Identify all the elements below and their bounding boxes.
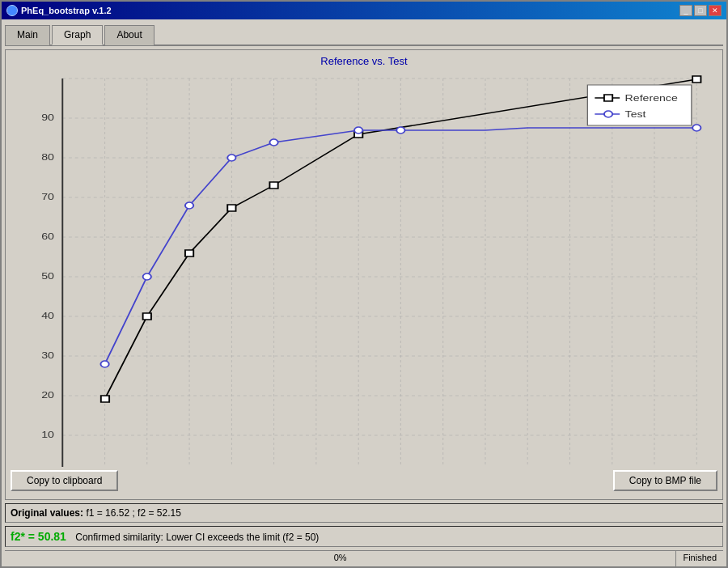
tab-about[interactable]: About bbox=[104, 25, 154, 45]
svg-point-68 bbox=[354, 127, 362, 134]
svg-point-63 bbox=[100, 361, 108, 367]
svg-text:Test: Test bbox=[625, 109, 646, 119]
copy-bmp-button[interactable]: Copy to BMP file bbox=[613, 470, 717, 491]
chart-svg: 0 10 20 30 40 50 60 70 80 90 0 2 4 6 8 bbox=[11, 70, 717, 467]
svg-rect-60 bbox=[269, 182, 277, 189]
svg-text:60: 60 bbox=[41, 231, 54, 241]
svg-rect-58 bbox=[185, 250, 193, 256]
original-values-label: Original values: bbox=[11, 507, 83, 519]
titlebar-buttons: _ □ ✕ bbox=[679, 5, 722, 16]
window-title: PhEq_bootstrap v.1.2 bbox=[21, 6, 112, 15]
content-area: Main Graph About Reference vs. Test bbox=[2, 19, 726, 568]
chart-container: 0 10 20 30 40 50 60 70 80 90 0 2 4 6 8 bbox=[11, 70, 717, 467]
bottom-buttons: Copy to clipboard Copy to BMP file bbox=[11, 467, 717, 494]
svg-rect-57 bbox=[143, 313, 151, 320]
svg-point-65 bbox=[185, 202, 193, 209]
f2-value: 52.15 bbox=[157, 507, 181, 519]
svg-point-69 bbox=[396, 127, 404, 134]
tab-bar: Main Graph About bbox=[5, 23, 723, 46]
info-bar: Original values: f1 = 16.52 ; f2 = 52.15 bbox=[5, 503, 723, 523]
info-bar2: f2* = 50.81 Confirmed similarity: Lower … bbox=[5, 526, 723, 547]
svg-text:40: 40 bbox=[41, 311, 54, 320]
maximize-button[interactable]: □ bbox=[694, 5, 707, 16]
titlebar-left: PhEq_bootstrap v.1.2 bbox=[6, 5, 112, 16]
main-window: PhEq_bootstrap v.1.2 _ □ ✕ Main Graph Ab… bbox=[0, 0, 728, 568]
close-button[interactable]: ✕ bbox=[709, 5, 722, 16]
separator: ; f2 = bbox=[132, 507, 156, 519]
f1-value: 16.52 bbox=[105, 507, 129, 519]
graph-panel: Reference vs. Test bbox=[5, 49, 723, 500]
status-bar: 0% Finished bbox=[5, 550, 723, 566]
svg-rect-59 bbox=[227, 205, 235, 211]
svg-text:Reference: Reference bbox=[625, 93, 678, 103]
svg-text:20: 20 bbox=[41, 390, 54, 400]
svg-text:10: 10 bbox=[41, 430, 54, 439]
tab-main[interactable]: Main bbox=[5, 25, 50, 45]
app-icon bbox=[6, 5, 18, 16]
svg-rect-56 bbox=[101, 396, 109, 402]
svg-text:30: 30 bbox=[41, 350, 54, 360]
svg-point-67 bbox=[269, 139, 277, 146]
chart-title: Reference vs. Test bbox=[11, 55, 717, 67]
svg-text:80: 80 bbox=[41, 152, 54, 162]
f2star-label: f2* = bbox=[11, 530, 38, 543]
svg-text:70: 70 bbox=[41, 192, 54, 201]
f1-label: f1 = bbox=[86, 507, 105, 519]
copy-clipboard-button[interactable]: Copy to clipboard bbox=[11, 470, 118, 491]
f2star-value: 50.81 bbox=[38, 530, 66, 543]
svg-point-66 bbox=[227, 155, 235, 161]
svg-rect-73 bbox=[604, 95, 612, 101]
svg-point-64 bbox=[143, 273, 151, 280]
svg-text:50: 50 bbox=[41, 271, 54, 281]
progress-indicator: 0% bbox=[5, 551, 676, 566]
svg-rect-0 bbox=[62, 78, 696, 467]
svg-rect-62 bbox=[692, 76, 700, 83]
minimize-button[interactable]: _ bbox=[679, 5, 692, 16]
svg-point-70 bbox=[692, 125, 700, 131]
svg-point-76 bbox=[604, 111, 612, 117]
status-state: Finished bbox=[676, 551, 723, 566]
similarity-message: Confirmed similarity: Lower CI exceeds t… bbox=[75, 532, 319, 543]
titlebar: PhEq_bootstrap v.1.2 _ □ ✕ bbox=[2, 2, 726, 19]
tab-graph[interactable]: Graph bbox=[52, 25, 103, 45]
svg-text:90: 90 bbox=[41, 112, 54, 122]
